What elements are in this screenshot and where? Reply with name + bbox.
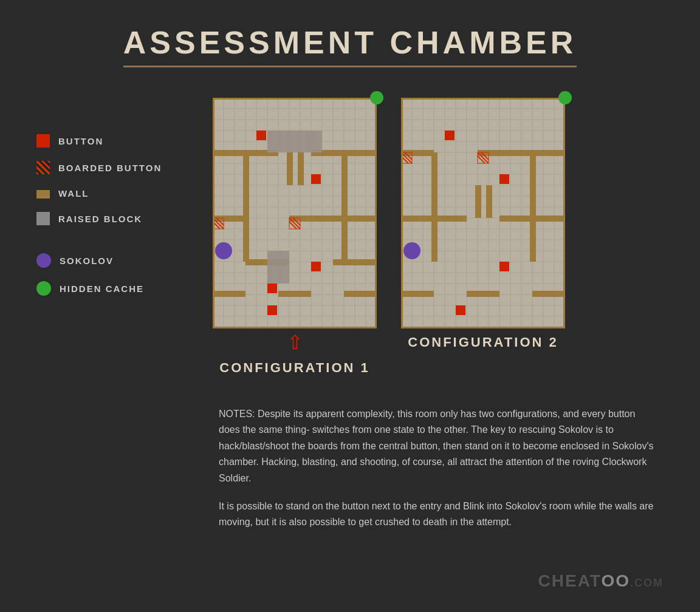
svg-rect-126 (499, 262, 509, 271)
title-section: ASSESSMENT CHAMBER (36, 24, 664, 67)
svg-rect-43 (341, 152, 348, 218)
svg-rect-113 (401, 291, 434, 297)
svg-rect-48 (213, 291, 245, 297)
svg-rect-112 (530, 218, 536, 262)
svg-rect-124 (445, 131, 455, 140)
svg-rect-51 (267, 131, 322, 152)
svg-rect-114 (467, 291, 499, 297)
svg-rect-108 (530, 152, 536, 218)
notes-text: NOTES: Despite its apparent complexity, … (219, 406, 657, 531)
watermark-dot: OO (601, 571, 630, 590)
svg-rect-44 (287, 152, 293, 185)
svg-rect-47 (341, 218, 348, 262)
svg-rect-115 (532, 291, 565, 297)
legend-label-boarded: BOARDED BUTTON (58, 163, 162, 173)
legend: BUTTON BOARDED BUTTON WALL RAISED BLOCK … (36, 98, 194, 309)
maps-row: ⇧ CONFIGURATION 1 (213, 98, 565, 376)
config1-map (213, 98, 377, 328)
legend-separator (36, 239, 194, 253)
notes-section: NOTES: Despite its apparent complexity, … (213, 406, 664, 543)
notes-paragraph2: It is possible to stand on the button ne… (219, 498, 657, 531)
legend-label-cache: HIDDEN CACHE (60, 284, 144, 294)
cache-icon (36, 281, 51, 296)
svg-rect-62 (311, 174, 321, 184)
maps-area: ⇧ CONFIGURATION 1 (213, 98, 664, 543)
config2-cache-dot (558, 91, 572, 104)
svg-point-128 (403, 242, 420, 259)
svg-rect-125 (499, 174, 509, 184)
svg-rect-127 (456, 305, 465, 315)
notes-paragraph1: NOTES: Despite its apparent complexity, … (219, 406, 657, 486)
watermark-com: .com (630, 577, 664, 589)
svg-rect-110 (486, 185, 492, 218)
svg-rect-52 (267, 251, 289, 284)
page-title: ASSESSMENT CHAMBER (123, 24, 577, 67)
legend-item-boarded: BOARDED BUTTON (36, 161, 194, 174)
legend-label-sokolov: SOKOLOV (60, 256, 114, 266)
svg-rect-41 (333, 259, 377, 265)
svg-rect-42 (243, 152, 249, 218)
config2-map (401, 98, 565, 328)
config2-label: CONFIGURATION 2 (408, 335, 558, 350)
svg-rect-49 (278, 291, 311, 297)
config1-container: ⇧ CONFIGURATION 1 (213, 98, 377, 376)
svg-rect-50 (344, 291, 377, 297)
legend-item-wall: WALL (36, 188, 194, 199)
legend-item-sokolov: SOKOLOV (36, 253, 194, 268)
legend-item-raised: RAISED BLOCK (36, 212, 194, 225)
content-area: BUTTON BOARDED BUTTON WALL RAISED BLOCK … (36, 98, 664, 543)
button-icon (36, 134, 50, 148)
legend-label-raised: RAISED BLOCK (58, 214, 142, 224)
svg-rect-46 (243, 218, 249, 262)
legend-item-cache: HIDDEN CACHE (36, 281, 194, 296)
page-container: ASSESSMENT CHAMBER BUTTON BOARDED BUTTON… (0, 0, 700, 612)
svg-rect-39 (289, 216, 377, 222)
svg-rect-45 (298, 152, 304, 185)
svg-rect-107 (431, 152, 437, 218)
raised-block-icon (36, 212, 50, 225)
watermark: CHEATOO.com (538, 571, 664, 591)
svg-point-66 (215, 242, 232, 259)
config1-label: CONFIGURATION 1 (219, 360, 369, 376)
wall-icon (36, 190, 50, 199)
sokolov-icon (36, 253, 51, 268)
config1-wrapper (213, 98, 377, 328)
svg-rect-109 (475, 185, 481, 218)
legend-label-button: BUTTON (58, 136, 103, 146)
legend-item-button: BUTTON (36, 134, 194, 148)
legend-label-wall: WALL (58, 188, 89, 199)
svg-rect-61 (256, 131, 266, 140)
svg-rect-63 (311, 262, 321, 271)
svg-rect-104 (478, 150, 565, 156)
config1-entry-arrow: ⇧ (287, 331, 303, 354)
config1-cache-dot (370, 91, 383, 104)
config2-wrapper (401, 98, 565, 328)
boarded-button-icon (36, 161, 50, 174)
svg-rect-111 (431, 218, 437, 262)
config2-container: CONFIGURATION 2 (401, 98, 565, 350)
svg-rect-65 (267, 284, 277, 293)
svg-rect-64 (267, 305, 277, 315)
